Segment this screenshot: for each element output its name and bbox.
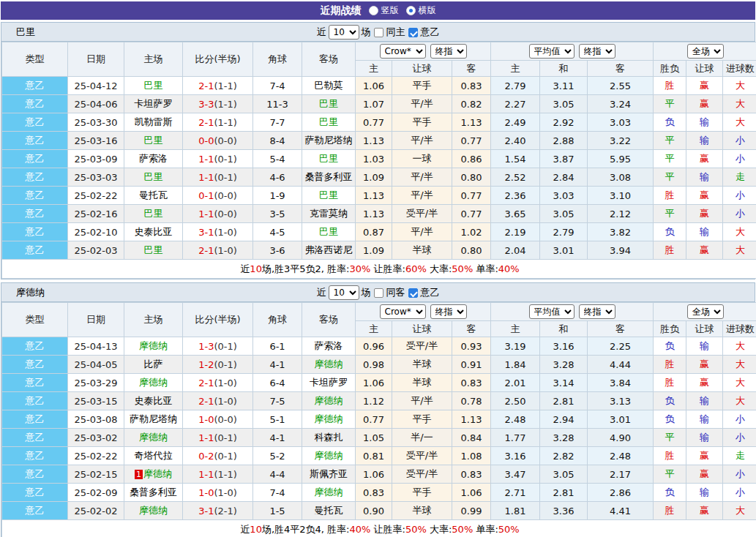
- col-header-home: 主场: [124, 303, 183, 337]
- away-team-name: 摩德纳: [315, 395, 343, 406]
- summary-segment: 40%: [350, 524, 371, 535]
- fulltime-score: 1-3: [198, 341, 214, 352]
- col-header-score: 比分(半场): [183, 42, 253, 77]
- home-team-cell: 摩德纳: [124, 429, 183, 447]
- goals-result-cell: 大: [723, 356, 756, 374]
- fulltime-score: 1-1: [198, 469, 214, 480]
- fulltime-score: 1-0: [198, 487, 214, 498]
- halftime-score: (0-1): [214, 432, 236, 443]
- home-team-cell: 萨勒尼塔纳: [124, 410, 183, 429]
- home-team-name: 奇塔代拉: [135, 450, 173, 461]
- match-row: 意乙25-04-06卡坦萨罗3-3(1-1)11-3巴里1.07平/半0.822…: [2, 95, 756, 113]
- avg-home-cell: 2.71: [491, 484, 540, 502]
- match-date-cell: 25-03-08: [68, 410, 124, 429]
- goals-result-cell: 大: [723, 392, 756, 410]
- recent-count-select[interactable]: 10: [329, 285, 359, 300]
- league-checkbox[interactable]: [408, 288, 418, 298]
- fulltime-score: 1-1: [198, 172, 214, 183]
- summary-segment: 50%: [452, 524, 473, 535]
- bookmaker-select[interactable]: Crow*: [380, 44, 426, 59]
- odds-away-cell: 0.86: [452, 150, 491, 168]
- average-stage-select[interactable]: 终指: [579, 44, 615, 59]
- odds-home-cell: 0.77: [356, 410, 392, 429]
- same-side-checkbox[interactable]: [374, 288, 383, 298]
- away-team-name: 桑普多利亚: [305, 171, 353, 182]
- average-stage-select[interactable]: 终指: [579, 304, 615, 319]
- result-cell: 负: [654, 410, 686, 429]
- avg-draw-cell: 2.94: [540, 410, 588, 429]
- avg-away-cell: 4.41: [588, 502, 654, 520]
- match-date-cell: 25-02-16: [68, 205, 124, 223]
- summary-segment: 50%: [405, 524, 427, 535]
- league-type-cell: 意乙: [2, 187, 68, 205]
- avg-draw-cell: 3.11: [540, 77, 588, 95]
- col-header-away: 客场: [302, 42, 356, 77]
- odds-stage-select[interactable]: 终指: [430, 44, 467, 59]
- away-team-name: 摩德纳: [315, 487, 343, 497]
- league-checkbox[interactable]: [408, 28, 418, 37]
- match-date-cell: 25-02-22: [68, 187, 124, 205]
- radio-icon-vertical[interactable]: [369, 6, 378, 15]
- same-side-checkbox[interactable]: [374, 28, 383, 37]
- handicap-cell: 半球: [392, 356, 452, 374]
- away-team-name: 摩德纳: [315, 413, 343, 424]
- result-cell: 平: [654, 205, 686, 223]
- avg-draw-cell: 2.92: [540, 113, 588, 132]
- recent-count-select[interactable]: 10: [329, 25, 359, 40]
- layout-radio-vertical[interactable]: 竖版: [369, 4, 399, 17]
- odds-stage-select[interactable]: 终指: [430, 304, 467, 319]
- home-team-name: 巴里: [144, 80, 163, 91]
- halftime-score: (0-1): [214, 451, 236, 462]
- fulltime-score: 2-1: [198, 378, 214, 388]
- odds-away-cell: 1.13: [452, 410, 491, 429]
- home-team-name: 摩德纳: [139, 340, 168, 351]
- result-cell: 平: [654, 95, 686, 113]
- match-row: 意乙25-04-13摩德纳1-3(0-1)6-1萨索洛0.96受平/半0.933…: [2, 337, 756, 356]
- sub-header-avg-away: 客: [588, 61, 654, 77]
- bookmaker-select[interactable]: Crow*: [380, 304, 426, 319]
- team-section: 巴里 近 10 场 同主 意乙 类型 日期: [1, 22, 755, 279]
- result-cell: 负: [654, 337, 686, 356]
- fulltime-score: 3-1: [198, 227, 214, 238]
- score-cell: 0-1(0-0): [183, 187, 253, 205]
- league-type-cell: 意乙: [2, 113, 68, 132]
- handicap-cell: 平手: [392, 113, 452, 132]
- average-select[interactable]: 平均值: [529, 44, 575, 59]
- home-team-name: 巴里: [144, 135, 163, 146]
- page: 近期战绩 竖版 横版 巴里 近 10 场 同主 意乙: [0, 0, 756, 537]
- halftime-score: (0-0): [214, 414, 236, 425]
- league-type-cell: 意乙: [2, 132, 68, 150]
- average-select[interactable]: 平均值: [529, 304, 575, 319]
- avg-away-cell: 3.84: [588, 374, 654, 392]
- handicap-result-cell: 赢: [686, 187, 723, 205]
- odds-home-cell: 1.09: [356, 241, 392, 260]
- handicap-cell: 平手: [392, 410, 452, 429]
- near-label: 近: [317, 26, 326, 39]
- page-title: 近期战绩: [321, 4, 362, 18]
- handicap-cell: 半球: [392, 502, 452, 520]
- away-team-cell: 科森扎: [302, 429, 356, 447]
- near-label: 近: [317, 286, 326, 299]
- layout-radio-horizontal[interactable]: 横版: [406, 4, 436, 17]
- radio-label-vertical: 竖版: [381, 4, 399, 17]
- odds-home-cell: 1.07: [356, 95, 392, 113]
- fulltime-select[interactable]: 全场: [687, 44, 724, 59]
- away-team-name: 萨勒尼塔纳: [305, 135, 353, 146]
- fulltime-select[interactable]: 全场: [687, 304, 724, 319]
- goals-result-cell: 大: [723, 337, 756, 356]
- games-label: 场: [362, 26, 371, 39]
- league-type-cell: 意乙: [2, 429, 68, 447]
- home-team-cell: 史泰比亚: [124, 392, 183, 410]
- odds-away-cell: 0.77: [452, 205, 491, 223]
- halftime-score: (0-1): [214, 359, 236, 370]
- avg-home-cell: 2.48: [491, 410, 540, 429]
- score-cell: 0-0(0-0): [183, 132, 253, 150]
- match-row: 意乙25-02-22奇塔代拉0-2(0-1)5-2摩德纳0.81受平/半1.08…: [2, 447, 756, 465]
- avg-away-cell: 2.48: [588, 447, 654, 465]
- corner-cell: 6-1: [253, 337, 302, 356]
- odds-group-header: Crow* 终指: [356, 303, 491, 321]
- avg-home-cell: 3.47: [491, 465, 540, 484]
- match-date-cell: 25-04-06: [68, 95, 124, 113]
- sections-container: 巴里 近 10 场 同主 意乙 类型 日期: [0, 22, 756, 537]
- radio-icon-horizontal[interactable]: [406, 6, 416, 15]
